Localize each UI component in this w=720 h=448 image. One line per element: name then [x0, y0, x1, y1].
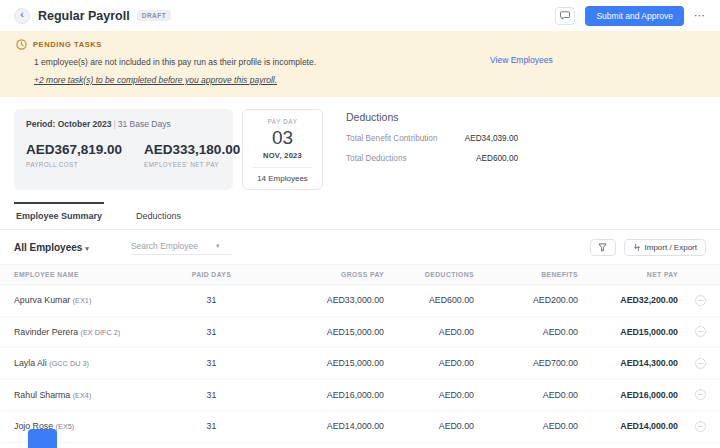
employee-name-cell: Rahul Sharma (EX4)	[14, 390, 184, 400]
col-paid-days: PAID DAYS	[184, 271, 239, 278]
row-action-button[interactable]	[695, 295, 706, 306]
paid-days-cell: 31	[184, 390, 239, 400]
benefit-contribution-value: AED34,039.00	[465, 134, 518, 143]
back-chevron-icon: ‹	[20, 9, 24, 20]
tab-bar: Employee Summary Deductions	[0, 202, 720, 230]
deductions-cell: AED600.00	[384, 295, 474, 305]
payroll-cost-label: PAYROLL COST	[26, 161, 122, 168]
search-chevron-down-icon[interactable]: ▾	[216, 242, 220, 250]
payday-divider	[253, 167, 312, 168]
chevron-down-icon: ▾	[85, 245, 89, 252]
deductions-title: Deductions	[346, 111, 518, 123]
col-employee-name: EMPLOYEE NAME	[14, 271, 184, 278]
employee-row[interactable]: Layla Ali (GCC DU 3) 31 AED15,000.00 AED…	[0, 348, 720, 380]
chat-widget-button[interactable]	[28, 429, 57, 448]
employee-name-cell: Layla Ali (GCC DU 3)	[14, 358, 184, 368]
net-pay-label: EMPLOYEES' NET PAY	[144, 161, 240, 168]
banner-title: PENDING TASKS	[33, 40, 102, 49]
row-action-button[interactable]	[695, 326, 706, 337]
benefits-cell: AED0.00	[474, 421, 578, 431]
table-header-row: EMPLOYEE NAME PAID DAYS GROSS PAY DEDUCT…	[0, 264, 720, 285]
net-pay-value: AED333,180.00	[144, 142, 240, 157]
ellipsis-icon: ⋯	[694, 9, 706, 21]
import-export-label: Import / Export	[645, 243, 697, 252]
employee-name-cell: Apurva Kumar (EX1)	[14, 295, 184, 305]
benefits-cell: AED200.00	[474, 295, 578, 305]
payday-day: 03	[247, 127, 318, 149]
col-gross-pay: GROSS PAY	[239, 271, 384, 278]
period-card: Period: October 2023|31 Base Days AED367…	[14, 109, 233, 190]
back-button[interactable]: ‹	[14, 8, 30, 24]
net-pay-cell: AED15,000.00	[578, 327, 678, 337]
row-action-button[interactable]	[695, 389, 706, 400]
employee-filter-label: All Employees	[14, 242, 82, 253]
deductions-cell: AED0.00	[384, 421, 474, 431]
payroll-summary: Period: October 2023|31 Base Days AED367…	[0, 97, 720, 200]
paid-days-cell: 31	[184, 327, 239, 337]
payroll-cost-stat: AED367,819.00 PAYROLL COST	[26, 142, 122, 168]
employee-tag: (EX1)	[73, 296, 92, 305]
more-tasks-link[interactable]: +2 more task(s) to be completed before y…	[34, 75, 277, 85]
table-toolbar: All Employees▾ ▾ Import / Export	[0, 230, 720, 264]
col-deductions: DEDUCTIONS	[384, 271, 474, 278]
employee-tag: (EX4)	[73, 391, 92, 400]
banner-message: 1 employee(s) are not included in this p…	[34, 57, 704, 67]
employee-tag: (EX5)	[56, 422, 75, 431]
speech-bubble-icon	[560, 11, 570, 20]
payroll-cost-value: AED367,819.00	[26, 142, 122, 157]
status-badge: DRAFT	[137, 10, 172, 21]
import-export-icon	[633, 243, 641, 252]
gross-pay-cell: AED15,000.00	[239, 327, 384, 337]
benefits-cell: AED0.00	[474, 390, 578, 400]
payday-month-year: NOV, 2023	[247, 151, 318, 160]
net-pay-cell: AED14,000.00	[578, 421, 678, 431]
employee-filter-dropdown[interactable]: All Employees▾	[14, 242, 89, 253]
employee-row[interactable]: Rahul Sharma (EX4) 31 AED16,000.00 AED0.…	[0, 380, 720, 412]
deductions-cell: AED0.00	[384, 390, 474, 400]
deductions-summary: Deductions Total Benefit Contribution AE…	[332, 109, 518, 190]
total-deductions-label: Total Deductions	[346, 154, 476, 163]
payday-card: PAY DAY 03 NOV, 2023 14 Employees	[242, 109, 323, 190]
top-header: ‹ Regular Payroll DRAFT Submit and Appro…	[0, 0, 720, 31]
filter-button[interactable]	[590, 239, 616, 256]
view-employees-link[interactable]: View Employees	[490, 55, 553, 65]
tab-employee-summary[interactable]: Employee Summary	[14, 202, 104, 229]
employee-row[interactable]: Ravinder Perera (EX DIFC 2) 31 AED15,000…	[0, 317, 720, 349]
page-title: Regular Payroll	[38, 9, 130, 23]
row-action-button[interactable]	[695, 421, 706, 432]
submit-and-approve-button[interactable]: Submit and Approve	[585, 6, 684, 26]
payday-label: PAY DAY	[247, 118, 318, 125]
employee-row[interactable]: Apurva Kumar (EX1) 31 AED33,000.00 AED60…	[0, 285, 720, 317]
import-export-button[interactable]: Import / Export	[624, 239, 706, 256]
deductions-cell: AED0.00	[384, 327, 474, 337]
benefit-contribution-label: Total Benefit Contribution	[346, 134, 465, 143]
pending-clock-icon	[16, 39, 27, 50]
payday-employee-count: 14 Employees	[247, 174, 318, 183]
deductions-cell: AED0.00	[384, 358, 474, 368]
gross-pay-cell: AED15,000.00	[239, 358, 384, 368]
net-pay-cell: AED14,300.00	[578, 358, 678, 368]
benefits-cell: AED700.00	[474, 358, 578, 368]
paid-days-cell: 31	[184, 421, 239, 431]
net-pay-cell: AED16,000.00	[578, 390, 678, 400]
employee-row[interactable]: Jojo Rose (EX5) 31 AED14,000.00 AED0.00 …	[0, 411, 720, 443]
table-body: Apurva Kumar (EX1) 31 AED33,000.00 AED60…	[0, 285, 720, 443]
paid-days-cell: 31	[184, 295, 239, 305]
employee-name-cell: Ravinder Perera (EX DIFC 2)	[14, 327, 184, 337]
row-action-button[interactable]	[695, 358, 706, 369]
net-pay-cell: AED32,200.00	[578, 295, 678, 305]
total-deductions-value: AED600.00	[476, 154, 518, 163]
funnel-icon	[598, 243, 607, 252]
more-options-button[interactable]: ⋯	[694, 9, 706, 22]
net-pay-stat: AED333,180.00 EMPLOYEES' NET PAY	[144, 142, 240, 168]
gross-pay-cell: AED33,000.00	[239, 295, 384, 305]
period-label: Period: October 2023	[26, 119, 112, 129]
col-net-pay: NET PAY	[578, 271, 678, 278]
base-days-label: 31 Base Days	[118, 119, 171, 129]
search-employee-input[interactable]	[131, 241, 216, 251]
pending-tasks-banner: PENDING TASKS 1 employee(s) are not incl…	[0, 31, 720, 97]
comments-button[interactable]	[555, 7, 575, 25]
total-deductions-row: Total Deductions AED600.00	[346, 154, 518, 163]
tab-deductions[interactable]: Deductions	[134, 202, 183, 229]
col-benefits: BENEFITS	[474, 271, 578, 278]
